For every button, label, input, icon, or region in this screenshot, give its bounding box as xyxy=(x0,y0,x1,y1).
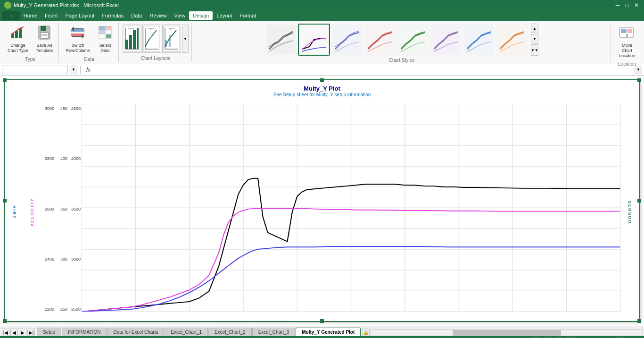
svg-rect-34 xyxy=(169,35,171,47)
sheet-nav-last[interactable]: ▶| xyxy=(27,329,35,336)
sheet-tab-chart1[interactable]: Excel_Chart_1 xyxy=(165,328,208,336)
menu-format[interactable]: Format xyxy=(236,11,260,20)
svg-rect-32 xyxy=(164,26,180,51)
svg-rect-40 xyxy=(333,25,361,54)
fx-icon: fx xyxy=(83,66,93,73)
menu-review[interactable]: Review xyxy=(146,11,170,20)
chart-title-text: Multy_Y Plot xyxy=(9,85,635,92)
svg-rect-4 xyxy=(41,26,46,31)
change-chart-type-label: ChangeChart Type xyxy=(8,43,28,53)
svg-rect-47 xyxy=(621,29,627,33)
sheet-tab-chart3[interactable]: Excel_Chart_3 xyxy=(252,328,296,336)
chart-styles-expand[interactable]: ▼▼ xyxy=(531,44,538,56)
chart-layout-3[interactable]: Layout 3 xyxy=(162,25,181,53)
chart-styles-scroll-down[interactable]: ▼ xyxy=(531,34,538,43)
change-chart-icon xyxy=(10,25,25,42)
menu-page-layout[interactable]: Page Layout xyxy=(62,11,99,20)
menu-view[interactable]: View xyxy=(171,11,190,20)
title-bar-controls: ─ □ ✕ xyxy=(614,2,640,8)
chart-style-1[interactable] xyxy=(265,24,297,56)
ribbon-group-data: SwitchRow/Column xyxy=(60,23,119,62)
sheet-nav-first[interactable]: |◀ xyxy=(2,329,9,336)
ribbon-group-chart-styles: ▲ ▼ ▼▼ Chart Styles xyxy=(193,23,611,62)
svg-rect-22 xyxy=(129,35,132,49)
chart-styles-scroll-up[interactable]: ▲ xyxy=(531,24,538,33)
sheet-nav-next[interactable]: ▶ xyxy=(19,329,26,336)
chart-layout-2[interactable]: Layout 2 xyxy=(142,25,161,53)
resize-handle-ml[interactable] xyxy=(3,199,7,203)
chart-layouts-group-label: Chart Layouts xyxy=(123,55,189,62)
chart-svg-container xyxy=(82,104,620,321)
svg-text:Layout 3: Layout 3 xyxy=(168,27,175,30)
save-as-icon xyxy=(37,25,52,42)
resize-handle-tr[interactable] xyxy=(637,78,641,82)
menu-formulas[interactable]: Formulas xyxy=(98,11,127,20)
menu-home[interactable]: Home xyxy=(20,11,41,20)
ribbon-group-type: ChangeChart Type Save AsTemplate xyxy=(2,23,59,62)
formula-input[interactable] xyxy=(95,66,633,74)
move-chart-button[interactable]: MoveChartLocation xyxy=(615,24,639,59)
svg-rect-24 xyxy=(137,28,139,49)
restore-button[interactable]: □ xyxy=(623,2,631,8)
name-box-dropdown[interactable]: ▼ xyxy=(70,66,77,74)
switch-row-column-label: SwitchRow/Column xyxy=(66,43,90,53)
svg-rect-14 xyxy=(99,30,105,34)
switch-row-column-button[interactable]: SwitchRow/Column xyxy=(63,24,93,55)
save-as-template-button[interactable]: Save AsTemplate xyxy=(33,24,56,55)
menu-file[interactable]: File xyxy=(2,11,20,20)
select-data-button[interactable]: SelectData xyxy=(95,24,116,55)
chart-style-7[interactable] xyxy=(463,24,495,56)
menu-design[interactable]: Design xyxy=(189,11,213,20)
menu-insert[interactable]: Insert xyxy=(41,11,62,20)
sheet-tab-multy-y[interactable]: Multy_Y Generated Plot xyxy=(296,328,361,336)
chart-layout-1[interactable]: Layout 1 xyxy=(123,25,141,53)
y-axis-left-1-label: AIRZ xyxy=(12,206,17,220)
title-bar-title: Multy_Y Generated Plot.xlsx - Microsoft … xyxy=(14,2,119,8)
move-chart-icon xyxy=(619,25,636,42)
chart-styles-scroll-arrows: ▲ ▼ ▼▼ xyxy=(531,24,538,56)
svg-rect-2 xyxy=(19,28,22,38)
chart-style-8[interactable] xyxy=(496,24,528,56)
resize-handle-bl[interactable] xyxy=(3,319,7,323)
chart-container[interactable]: Multy_Y Plot See Setup sheet for Multy_Y… xyxy=(4,79,640,322)
chart-inner: Multy_Y Plot See Setup sheet for Multy_Y… xyxy=(5,80,639,321)
chart-style-3[interactable] xyxy=(331,24,363,56)
y-axis-values-right: 4500 4000 3500 3000 2500 xyxy=(68,104,82,321)
sheet-tab-data[interactable]: Data for Excel Charts xyxy=(107,328,164,336)
chart-style-4[interactable] xyxy=(364,24,396,56)
chart-title: Multy_Y Plot See Setup sheet for Multy_Y… xyxy=(9,85,635,97)
resize-handle-mr[interactable] xyxy=(637,199,641,203)
resize-handle-tc[interactable] xyxy=(320,78,324,82)
horizontal-scrollbar[interactable] xyxy=(371,330,643,336)
y-axis-values-left: 3000 2800 2600 2400 2200 xyxy=(40,104,55,321)
ribbon-group-location: MoveChartLocation Location xyxy=(612,23,642,62)
scrollbar-thumb[interactable] xyxy=(453,330,561,336)
minimize-button[interactable]: ─ xyxy=(614,2,621,8)
chart-style-6[interactable] xyxy=(430,24,462,56)
chart-layouts-dropdown[interactable]: ▼ xyxy=(182,25,189,53)
svg-rect-48 xyxy=(627,29,632,33)
menu-data[interactable]: Data xyxy=(127,11,146,20)
sheet-tab-setup[interactable]: Setup xyxy=(37,328,61,336)
sheet-nav-prev[interactable]: ◀ xyxy=(10,329,18,336)
name-box[interactable] xyxy=(2,66,68,74)
svg-rect-33 xyxy=(165,40,167,47)
chart-style-5[interactable] xyxy=(397,24,429,56)
sheet-protect-icon[interactable]: 🔒 xyxy=(362,329,370,336)
sheet-tab-information[interactable]: INFORMATION xyxy=(62,328,107,336)
svg-rect-21 xyxy=(125,40,128,49)
resize-handle-tl[interactable] xyxy=(3,78,7,82)
close-button[interactable]: ✕ xyxy=(633,2,640,8)
sheet-tab-chart2[interactable]: Excel_Chart_2 xyxy=(208,328,252,336)
chart-style-2[interactable] xyxy=(298,24,330,56)
svg-rect-15 xyxy=(105,26,111,30)
move-chart-label: MoveChartLocation xyxy=(619,43,635,58)
change-chart-type-button[interactable]: ChangeChart Type xyxy=(5,24,31,55)
main-area: Multy_Y Plot See Setup sheet for Multy_Y… xyxy=(0,76,644,326)
formula-expand-arrow[interactable]: ▼ xyxy=(635,66,642,74)
svg-text:Layout 2: Layout 2 xyxy=(148,27,156,30)
menu-layout[interactable]: Layout xyxy=(213,11,236,20)
resize-handle-bc[interactable] xyxy=(320,319,324,323)
chart-svg xyxy=(82,104,620,312)
resize-handle-br[interactable] xyxy=(637,319,641,323)
